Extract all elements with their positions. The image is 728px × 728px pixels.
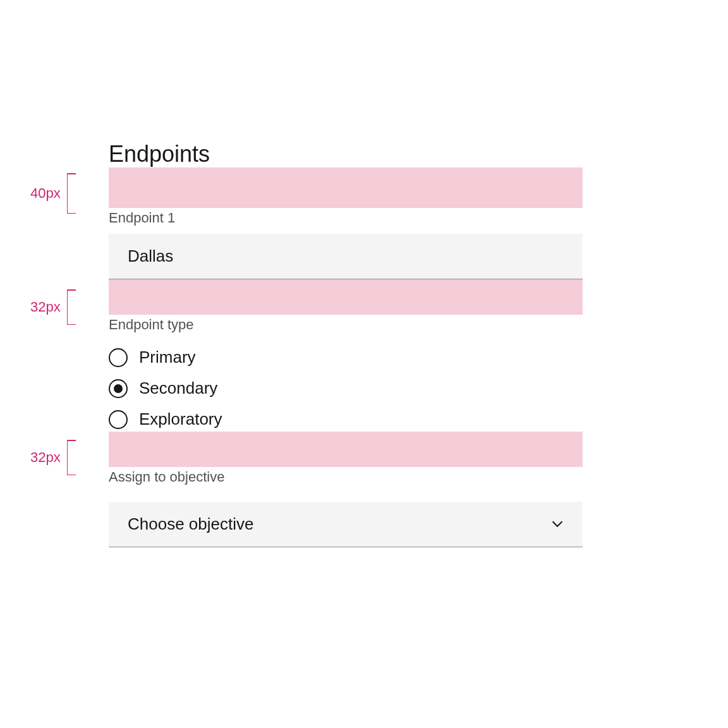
section-title: Endpoints: [109, 140, 583, 167]
spacer-32-a: [109, 279, 583, 315]
radio-primary[interactable]: Primary: [109, 348, 583, 367]
chevron-down-icon: [551, 518, 564, 530]
assign-objective-label: Assign to objective: [109, 467, 583, 493]
radio-exploratory-label: Exploratory: [139, 410, 222, 429]
spacing-annotation-32-b: 32px: [30, 440, 76, 475]
endpoint-type-label: Endpoint type: [109, 315, 583, 341]
endpoint-1-value: Dallas: [128, 246, 173, 266]
endpoint-1-label: Endpoint 1: [109, 208, 583, 234]
radio-circle-icon: [109, 379, 128, 398]
endpoint-1-input[interactable]: Dallas: [109, 234, 583, 279]
radio-secondary-label: Secondary: [139, 379, 217, 398]
spacing-annotation-40: 40px: [30, 173, 76, 214]
radio-circle-icon: [109, 348, 128, 367]
annotation-label: 32px: [30, 299, 61, 315]
endpoints-form: Endpoints Endpoint 1 Dallas Endpoint typ…: [109, 140, 583, 547]
spacer-40: [109, 167, 583, 208]
annotation-label: 32px: [30, 449, 61, 466]
radio-secondary[interactable]: Secondary: [109, 379, 583, 398]
radio-primary-label: Primary: [139, 348, 196, 367]
spacing-annotation-32-a: 32px: [30, 289, 76, 325]
radio-exploratory[interactable]: Exploratory: [109, 410, 583, 429]
dropdown-placeholder: Choose objective: [128, 514, 253, 534]
annotation-label: 40px: [30, 185, 61, 202]
endpoint-type-radio-group: Primary Secondary Exploratory: [109, 340, 583, 432]
assign-objective-dropdown[interactable]: Choose objective: [109, 502, 583, 547]
spacer-32-b: [109, 432, 583, 467]
radio-circle-icon: [109, 410, 128, 429]
radio-dot-icon: [114, 384, 123, 393]
